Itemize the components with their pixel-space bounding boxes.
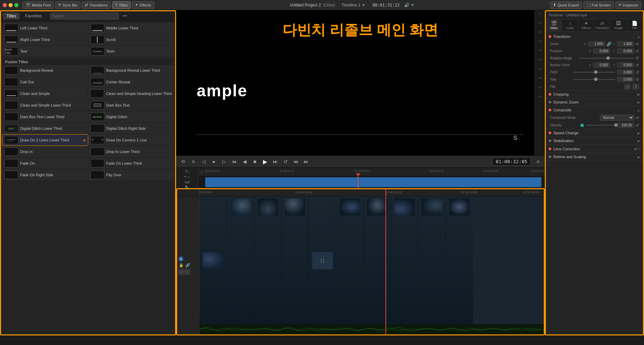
sync-bin-button[interactable]: ⟳ Sync Bin — [55, 1, 80, 9]
minimize-button[interactable] — [9, 3, 13, 7]
lens-correction-expand[interactable]: ◇ — [638, 147, 640, 151]
opacity-reset-button[interactable]: ↺ — [635, 123, 639, 128]
title-item-clean-simple[interactable]: Clean and Simple — [2, 88, 88, 99]
title-item-clean-simple-lower[interactable]: Clean and Simple Lower Third — [2, 100, 88, 111]
composite-mode-reset-button[interactable]: ↺ — [635, 115, 639, 120]
prev-frame-button[interactable]: ◁ — [199, 157, 208, 166]
retime-scaling-header[interactable]: Retime and Scaling ▶ — [546, 153, 643, 161]
title-item-dark-box-text[interactable]: Dark Box Text — [89, 100, 174, 111]
title-item-drop-in-lower[interactable]: Drop In Lower Third — [89, 146, 174, 157]
title-item-center-reveal[interactable]: Center Reveal — [89, 77, 174, 87]
stabilization-header[interactable]: Stabilization ▶ — [546, 137, 643, 144]
insp-tab-transition[interactable]: ⇄ Transition — [594, 19, 610, 31]
dynamic-zoom-header[interactable]: Dynamic Zoom ▶ — [546, 98, 643, 106]
close-button[interactable] — [3, 3, 7, 7]
transform-header[interactable]: Transform ▲ — [546, 33, 643, 40]
title-item-drop-in[interactable]: Drop In — [2, 146, 88, 157]
fullscreen-button[interactable] — [14, 3, 18, 7]
title-item-right-lower-third[interactable]: Right Lower Third — [2, 34, 88, 45]
insp-tab-image[interactable]: 🖼 Image — [610, 19, 627, 31]
pitch-reset-button[interactable]: ↺ — [635, 70, 639, 75]
yaw-reset-button[interactable]: ↺ — [635, 77, 639, 82]
more-options-icon[interactable]: ••• — [121, 13, 129, 19]
razor-tool-button[interactable]: ✂↔ — [180, 175, 194, 179]
pitch-value[interactable]: 0.000 — [617, 70, 634, 75]
title-item-call-out[interactable]: Call Out — [2, 77, 88, 87]
anchor-reset-button[interactable]: ↺ — [635, 63, 639, 68]
composite-header[interactable]: Composite ▲ — [546, 106, 643, 114]
flip-h-button[interactable]: ⇔ — [625, 84, 631, 89]
track-link-button[interactable]: 🔗 — [185, 263, 190, 268]
inspector-button[interactable]: ✕ Inspector — [615, 1, 641, 9]
speed-change-header[interactable]: Speed Change ▶ — [546, 129, 643, 137]
zoom-x-value[interactable]: 1.000 — [588, 41, 605, 46]
go-start-button[interactable]: ⏮ — [230, 157, 238, 166]
track-lock-button[interactable]: 🔒 — [179, 263, 184, 268]
insp-tab-audio[interactable]: ♪ Audio — [562, 19, 578, 31]
search-input[interactable] — [50, 13, 119, 19]
audio-settings-button[interactable]: ≡ — [534, 157, 542, 166]
title-item-left-lower-third[interactable]: Left Lower Third — [2, 23, 88, 33]
title-item-digital-glitch[interactable]: GLITCH Digital Glitch — [89, 111, 174, 122]
anchor-x-value[interactable]: 0.000 — [593, 63, 610, 68]
title-item-dark-box-text-lower[interactable]: Dark Box Text Lower Third — [2, 111, 88, 122]
flip-v-button[interactable]: ⇕ — [633, 84, 639, 89]
title-item-middle-lower-third[interactable]: Middle Lower Third — [89, 23, 174, 33]
position-y-value[interactable]: 0.000 — [617, 49, 634, 54]
insp-tab-video[interactable]: 🎬 Video — [546, 19, 562, 31]
title-item-fade-on[interactable]: Fade On — [2, 158, 88, 169]
next-frame-button[interactable]: ▷ — [220, 157, 228, 166]
snap-button[interactable]: 🔧 — [180, 185, 194, 188]
yaw-value[interactable]: 0.000 — [617, 77, 634, 82]
title-item-background-reveal[interactable]: Background Reveal — [2, 65, 88, 76]
position-x-value[interactable]: 0.000 — [593, 49, 610, 54]
quick-export-button[interactable]: ⬆ Quick Export — [550, 1, 582, 9]
pitch-slider[interactable] — [573, 72, 616, 73]
text-tool-button[interactable]: T↕ — [180, 169, 194, 174]
anchor-y-value[interactable]: 0.000 — [617, 63, 634, 68]
title-item-fade-on-lower[interactable]: Fade On Lower Third — [89, 158, 174, 169]
media-pool-button[interactable]: 🎬 Media Pool — [23, 1, 54, 9]
tab-favorites[interactable]: Favorites — [22, 13, 45, 19]
in-out-button[interactable]: ≡ — [189, 157, 197, 166]
opacity-slider[interactable] — [587, 125, 616, 126]
zoom-reset-button[interactable]: ↺ — [635, 42, 639, 46]
track-anim-button[interactable]: ≡⇄ — [180, 180, 194, 184]
position-reset-button[interactable]: ↺ — [635, 49, 639, 54]
go-end-button[interactable]: ⏭ — [271, 157, 279, 166]
rotation-reset-button[interactable]: ↺ — [635, 56, 639, 60]
next-clip-button[interactable]: ⏭ — [302, 157, 310, 166]
dot-button[interactable]: ● — [210, 157, 218, 166]
lens-correction-header[interactable]: Lens Correction ▶ ◇ — [546, 145, 643, 153]
zoom-y-value[interactable]: 1.000 — [617, 41, 634, 46]
title-item-text[interactable]: Basic Title Text — [2, 46, 88, 57]
title-item-background-reveal-lower[interactable]: Background Reveal Lower Third — [89, 65, 174, 76]
title-item-clean-simple-heading[interactable]: Clean and Simple Heading Lower Third — [88, 88, 174, 99]
play-button[interactable]: ▶ — [261, 157, 269, 166]
insp-tab-effects[interactable]: ✦ Effects — [578, 19, 594, 31]
title-item-fade-on-right[interactable]: Fade On Right Side — [2, 169, 88, 180]
full-screen-button[interactable]: ⛶ Full Screen — [583, 1, 614, 9]
yaw-slider[interactable] — [573, 79, 616, 80]
title-item-scroll[interactable]: Scroll — [89, 34, 174, 45]
title-item-draw-on-corners[interactable]: Draw On Corners 1 Line — [89, 135, 174, 146]
cropping-header[interactable]: Cropping ▶ — [546, 91, 643, 98]
loop-button[interactable]: ⟲ — [179, 157, 187, 166]
title-item-flip-over[interactable]: Flip Over — [89, 169, 174, 180]
rewind-button[interactable]: ◀ — [240, 157, 249, 166]
loop-region-button[interactable]: ↺ — [281, 157, 290, 166]
main-clip-block[interactable] — [205, 177, 541, 187]
tab-titles[interactable]: Titles — [3, 13, 19, 19]
title-item-digital-glitch-lower[interactable]: DIGIT Digital Glitch Lower Third — [2, 123, 88, 134]
composite-mode-select[interactable]: Normal Multiply Screen Overlay — [600, 115, 634, 121]
transitions-button[interactable]: ⇄ Transitions — [82, 1, 110, 9]
solo-button[interactable]: S — [185, 269, 190, 275]
link-icon[interactable]: 🔗 — [606, 42, 612, 46]
title-item-textplus[interactable]: Custom Text+ — [89, 46, 174, 57]
title-item-digital-glitch-right[interactable]: Digital Glitch Right Side — [89, 123, 174, 134]
stop-button[interactable]: ■ — [251, 157, 259, 166]
prev-clip-button[interactable]: ⏮ — [292, 157, 300, 166]
mute-button[interactable]: M — [179, 269, 184, 275]
insp-tab-file[interactable]: 📄 File — [627, 19, 643, 31]
titles-button[interactable]: T Titles — [112, 1, 131, 9]
